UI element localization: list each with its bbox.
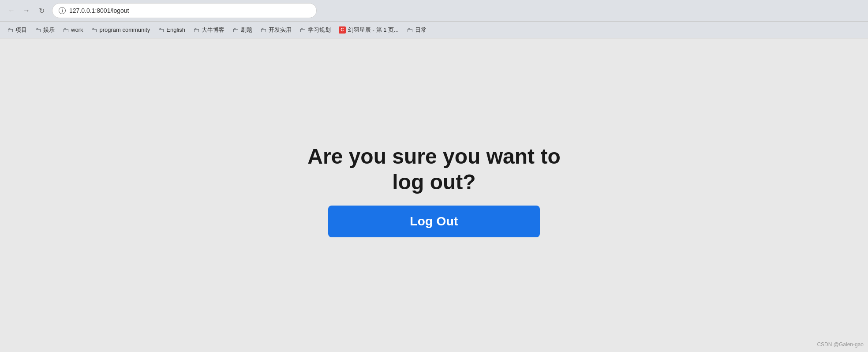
security-icon: ℹ xyxy=(59,7,66,14)
csdn-icon: C xyxy=(339,26,346,34)
bookmark-xuexi[interactable]: 🗀 学习规划 xyxy=(296,24,334,36)
bookmark-daniu[interactable]: 🗀 大牛博客 xyxy=(190,24,228,36)
bookmark-program-community[interactable]: 🗀 program community xyxy=(87,25,153,35)
bookmark-label: 刷题 xyxy=(241,26,252,34)
back-button[interactable]: ← xyxy=(5,4,18,17)
address-bar[interactable]: ℹ 127.0.0.1:8001/logout xyxy=(52,3,317,18)
browser-chrome: ← → ↻ ℹ 127.0.0.1:8001/logout 🗀 项目 🗀 娱乐 … xyxy=(0,0,868,38)
bookmark-work[interactable]: 🗀 work xyxy=(59,25,86,35)
bookmark-label: 幻羽星辰 - 第 1 页... xyxy=(348,26,399,34)
reload-button[interactable]: ↻ xyxy=(35,4,48,17)
main-content: Are you sure you want to log out? Log Ou… xyxy=(0,38,868,325)
bookmark-label: 日常 xyxy=(415,26,427,34)
watermark: CSDN @Galen-gao xyxy=(817,341,864,348)
bookmark-label: 项目 xyxy=(15,26,27,34)
folder-icon: 🗀 xyxy=(407,26,413,34)
bookmark-english[interactable]: 🗀 English xyxy=(154,25,189,35)
bookmark-label: 学习规划 xyxy=(308,26,331,34)
bookmark-xm[interactable]: 🗀 项目 xyxy=(4,24,30,36)
bookmark-label: 大牛博客 xyxy=(202,26,224,34)
folder-icon: 🗀 xyxy=(193,26,199,34)
url-text: 127.0.0.1:8001/logout xyxy=(69,7,129,14)
folder-icon: 🗀 xyxy=(91,26,97,34)
bookmark-label: 娱乐 xyxy=(43,26,55,34)
logout-question: Are you sure you want to log out? xyxy=(302,144,566,195)
bookmarks-bar: 🗀 项目 🗀 娱乐 🗀 work 🗀 program community 🗀 E… xyxy=(0,21,868,38)
bookmark-kaifa[interactable]: 🗀 开发实用 xyxy=(257,24,295,36)
logout-button[interactable]: Log Out xyxy=(328,206,540,237)
folder-icon: 🗀 xyxy=(158,26,164,34)
folder-icon: 🗀 xyxy=(35,26,41,34)
bookmark-csdn[interactable]: C 幻羽星辰 - 第 1 页... xyxy=(335,24,402,36)
logout-container: Are you sure you want to log out? Log Ou… xyxy=(302,144,566,237)
folder-icon: 🗀 xyxy=(299,26,306,34)
bookmark-richang[interactable]: 🗀 日常 xyxy=(403,24,430,36)
folder-icon: 🗀 xyxy=(7,26,13,34)
folder-icon: 🗀 xyxy=(260,26,266,34)
nav-buttons: ← → ↻ xyxy=(5,4,48,17)
bookmark-shuati[interactable]: 🗀 刷题 xyxy=(229,24,256,36)
bookmark-label: English xyxy=(166,26,185,33)
bookmark-yl[interactable]: 🗀 娱乐 xyxy=(31,24,58,36)
bookmark-label: program community xyxy=(99,26,150,33)
bookmark-label: work xyxy=(71,26,83,33)
forward-button[interactable]: → xyxy=(20,4,33,17)
folder-icon: 🗀 xyxy=(232,26,239,34)
address-bar-row: ← → ↻ ℹ 127.0.0.1:8001/logout xyxy=(0,0,868,21)
bookmark-label: 开发实用 xyxy=(269,26,292,34)
folder-icon: 🗀 xyxy=(63,26,69,34)
